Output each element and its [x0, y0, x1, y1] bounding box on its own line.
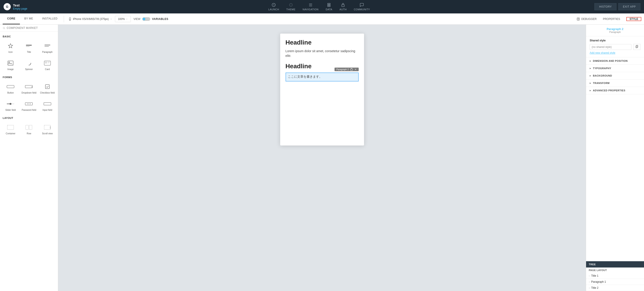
component-label: Dropdown field	[22, 92, 36, 94]
svg-rect-3	[328, 6, 330, 7]
app-title: Test	[13, 3, 27, 7]
app-info: Test Empty page	[13, 3, 27, 10]
nav-community[interactable]: COMMUNITY	[354, 3, 370, 11]
toggle-switch[interactable]	[142, 17, 150, 21]
nav-auth[interactable]: AUTH	[340, 3, 346, 11]
collapsible-transform[interactable]: TRANSFORM	[586, 80, 644, 87]
paragraph2-container[interactable]: Paragraph 2 ここに文章を書きます。	[286, 73, 359, 82]
view-toggle[interactable]: VIEW VARIABLES	[131, 17, 171, 21]
svg-point-8	[3, 27, 5, 29]
shared-style-select[interactable]: (no shared style)	[590, 44, 632, 50]
svg-rect-20	[48, 62, 50, 62]
component-label: Password field	[22, 109, 36, 111]
section-basic: BASIC	[0, 33, 58, 39]
shared-style-section: Shared style (no shared style) Add new s…	[586, 36, 644, 57]
tab-core[interactable]: CORE	[3, 14, 20, 25]
tree-item-title1[interactable]: Title 1	[586, 273, 644, 279]
zoom-selector[interactable]: 100%	[115, 16, 131, 22]
second-bar-right: DEBUGGER PROPERTIES STYLE	[576, 17, 642, 21]
row-icon	[24, 124, 33, 131]
tab-installed[interactable]: INSTALLED	[38, 14, 62, 25]
tree-item-para1[interactable]: Paragraph 1	[586, 279, 644, 285]
nav-data[interactable]: DATA	[326, 3, 332, 11]
component-spinner-item[interactable]: Spinner	[20, 57, 38, 73]
card-icon	[43, 60, 52, 67]
scroll-icon	[43, 124, 52, 131]
container-icon	[6, 124, 15, 131]
nav-navigation[interactable]: NAVIGATION	[302, 3, 318, 11]
component-checkbox-item[interactable]: Checkbox field	[39, 80, 56, 97]
search-bar[interactable]	[0, 25, 58, 32]
phone-frame: Headline Lorem ipsum dolor sit amet, con…	[280, 34, 364, 146]
right-panel-top: Paragraph 2 Paragraph	[586, 25, 644, 36]
nav-theme[interactable]: THEME	[286, 3, 296, 11]
headline1: Headline	[286, 39, 359, 46]
component-icon-item[interactable]: Icon	[2, 40, 19, 56]
slider-icon	[6, 100, 15, 107]
debugger-button[interactable]: DEBUGGER	[576, 17, 597, 21]
component-button-item[interactable]: Button	[2, 80, 19, 97]
svg-point-6	[70, 20, 70, 20]
history-button[interactable]: HISTORY	[594, 3, 616, 10]
svg-rect-4	[342, 5, 344, 7]
tab-by-me[interactable]: BY ME	[20, 14, 38, 25]
component-label: Title	[27, 51, 31, 53]
device-selector[interactable]: iPhone XS/X/6/6S/7/8 (375px)	[66, 18, 115, 21]
component-scroll-item[interactable]: Scroll view	[39, 121, 56, 137]
component-label: Slider field	[5, 109, 16, 111]
svg-rect-13	[44, 46, 50, 46]
component-card-item[interactable]: Card	[39, 57, 56, 73]
search-input[interactable]	[7, 27, 55, 30]
right-panel: Paragraph 2 Paragraph Shared style (no s…	[586, 25, 644, 291]
copy-style-button[interactable]	[633, 44, 640, 50]
component-label: Spinner	[25, 68, 33, 71]
shared-style-row: (no shared style)	[590, 44, 640, 50]
component-paragraph-item[interactable]: Paragraph	[39, 40, 56, 56]
collapsible-typography[interactable]: TYPOGRAPHY	[586, 65, 644, 72]
component-label: Image	[8, 68, 14, 71]
add-shared-style-link[interactable]: Add new shared style	[590, 51, 640, 54]
top-nav: G Test Empty page LAUNCH THEME NAVIGATIO…	[0, 0, 644, 14]
svg-rect-15	[8, 61, 13, 65]
style-tab[interactable]: STYLE	[626, 17, 641, 21]
svg-rect-12	[44, 45, 50, 45]
svg-rect-34	[8, 125, 14, 129]
paragraph2-text[interactable]: ここに文章を書きます。	[286, 73, 359, 82]
component-label: Scroll view	[42, 132, 53, 135]
title-icon	[24, 42, 33, 50]
tree-item-title2[interactable]: Title 2	[586, 285, 644, 291]
component-label: Container	[6, 132, 15, 135]
exit-app-button[interactable]: EXIT APP	[618, 3, 640, 10]
svg-rect-11	[26, 46, 30, 47]
svg-point-30	[28, 103, 29, 104]
svg-rect-21	[48, 63, 49, 63]
component-label: Card	[45, 68, 50, 71]
svg-marker-9	[8, 44, 13, 48]
selected-component-title: Paragraph 2	[590, 27, 640, 31]
component-password-item[interactable]: Password field	[20, 98, 38, 114]
component-row-item[interactable]: Row	[20, 121, 38, 137]
collapsible-advanced[interactable]: ADVANCED PROPERTIES	[586, 87, 644, 94]
component-title-item[interactable]: Title	[20, 40, 38, 56]
collapsible-dimension[interactable]: DIMENSION AND POSITION	[586, 57, 644, 65]
component-dropdown-item[interactable]: Dropdown field	[20, 80, 38, 97]
app-logo: G	[4, 3, 11, 10]
app-subtitle: Empty page	[13, 7, 27, 10]
component-input-item[interactable]: Input field	[39, 98, 56, 114]
svg-rect-10	[26, 45, 32, 46]
properties-tab[interactable]: PROPERTIES	[600, 18, 623, 21]
svg-rect-2	[328, 5, 330, 5]
component-label: Paragraph	[42, 51, 52, 53]
component-label: Button	[8, 92, 14, 94]
component-slider-item[interactable]: Slider field	[2, 98, 19, 114]
component-label: Checkbox field	[40, 92, 55, 94]
section-forms: FORMS	[0, 74, 58, 80]
canvas-area[interactable]: Headline Lorem ipsum dolor sit amet, con…	[58, 25, 586, 291]
component-container-item[interactable]: Container	[2, 121, 19, 137]
component-image-item[interactable]: Image	[2, 57, 19, 73]
collapsible-background[interactable]: BACKGROUND	[586, 72, 644, 80]
paragraph-icon	[43, 42, 52, 50]
nav-launch[interactable]: LAUNCH	[268, 3, 279, 11]
image-icon	[6, 60, 15, 67]
divider	[64, 16, 64, 22]
